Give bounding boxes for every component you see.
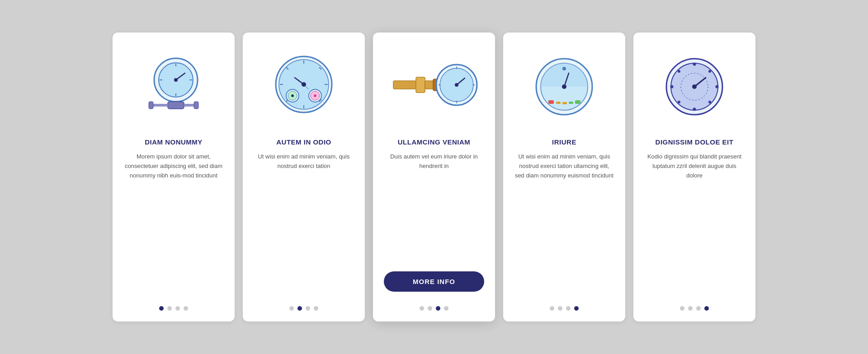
pipe-gauge-icon xyxy=(389,57,479,116)
svg-rect-10 xyxy=(184,104,195,107)
svg-rect-50 xyxy=(575,100,580,104)
svg-rect-33 xyxy=(416,77,425,93)
dot xyxy=(550,306,554,311)
card-2-text: Ut wisi enim ad minim veniam, quis nostr… xyxy=(254,152,354,296)
svg-rect-47 xyxy=(556,102,561,104)
svg-point-63 xyxy=(708,101,711,103)
dot xyxy=(566,306,571,311)
card-5-text: Kodio dignissim qui blandit praesent lup… xyxy=(644,152,745,296)
card-3-title: ULLAMCING VENIAM xyxy=(398,138,471,146)
svg-point-58 xyxy=(670,85,674,88)
dot xyxy=(420,306,424,311)
svg-point-28 xyxy=(291,94,294,97)
icon-area-3 xyxy=(384,46,484,127)
svg-point-57 xyxy=(693,108,696,111)
svg-point-52 xyxy=(562,84,566,89)
icon-area-5 xyxy=(644,46,745,127)
dot xyxy=(428,306,432,311)
dot xyxy=(558,306,562,311)
gauge-dark-icon xyxy=(663,55,726,118)
card-4-title: IRIURE xyxy=(552,138,576,146)
gauge-multi-icon xyxy=(270,53,338,121)
svg-point-43 xyxy=(455,83,458,87)
card-1-dots xyxy=(159,306,188,311)
svg-point-7 xyxy=(174,78,178,82)
dot xyxy=(184,306,188,311)
svg-point-56 xyxy=(693,63,696,66)
svg-rect-11 xyxy=(149,102,153,109)
dot xyxy=(688,306,693,311)
svg-point-59 xyxy=(716,85,719,88)
dot xyxy=(436,306,440,311)
svg-rect-9 xyxy=(152,104,168,107)
dot xyxy=(314,306,318,311)
dot xyxy=(289,306,294,311)
svg-point-61 xyxy=(708,70,711,73)
svg-rect-48 xyxy=(562,102,567,104)
card-1-text: Morem ipsum dolor sit amet, consectetuer… xyxy=(123,152,224,296)
svg-rect-12 xyxy=(194,102,198,109)
dot xyxy=(680,306,684,311)
icon-area-4 xyxy=(514,46,614,127)
card-1-title: DIAM NONUMMY xyxy=(145,138,203,146)
cards-container: DIAM NONUMMY Morem ipsum dolor sit amet,… xyxy=(94,14,774,340)
dot xyxy=(704,306,709,311)
svg-rect-8 xyxy=(168,102,184,109)
icon-area-1 xyxy=(123,46,224,127)
dot xyxy=(306,306,310,311)
card-5-dots xyxy=(680,306,709,311)
svg-point-53 xyxy=(562,67,566,70)
gauge-round-icon xyxy=(533,55,596,118)
svg-rect-49 xyxy=(569,102,573,104)
card-2-title: AUTEM IN ODIO xyxy=(276,138,331,146)
svg-point-25 xyxy=(302,82,306,87)
card-2: AUTEM IN ODIO Ut wisi enim ad minim veni… xyxy=(243,33,365,321)
more-info-button[interactable]: MORE INFO xyxy=(384,271,484,292)
card-3-dots xyxy=(420,306,448,311)
dot xyxy=(297,306,302,311)
svg-rect-46 xyxy=(548,100,554,104)
dot xyxy=(167,306,172,311)
svg-point-60 xyxy=(678,70,680,73)
card-4-dots xyxy=(550,306,579,311)
svg-point-31 xyxy=(314,94,316,97)
dot xyxy=(159,306,164,311)
dot xyxy=(175,306,180,311)
dot xyxy=(444,306,448,311)
icon-area-2 xyxy=(254,46,354,127)
card-4-text: Ut wisi enim ad minim veniam, quis nostr… xyxy=(514,152,614,296)
svg-rect-34 xyxy=(425,81,434,89)
dot xyxy=(574,306,579,311)
svg-point-62 xyxy=(678,101,680,103)
dot xyxy=(696,306,701,311)
svg-rect-32 xyxy=(393,81,416,89)
card-3: ULLAMCING VENIAM Duis autem vel eum iriu… xyxy=(373,33,495,321)
card-4: IRIURE Ut wisi enim ad minim veniam, qui… xyxy=(503,33,625,321)
svg-point-66 xyxy=(692,84,697,89)
card-5-title: DIGNISSIM DOLOE EIT xyxy=(656,138,734,146)
card-3-text: Duis autem vel eum iriure dolor in hendr… xyxy=(384,152,484,267)
card-5: DIGNISSIM DOLOE EIT Kodio dignissim qui … xyxy=(633,33,755,321)
gauge-valve-icon xyxy=(144,53,203,121)
card-2-dots xyxy=(289,306,318,311)
card-1: DIAM NONUMMY Morem ipsum dolor sit amet,… xyxy=(113,33,235,321)
